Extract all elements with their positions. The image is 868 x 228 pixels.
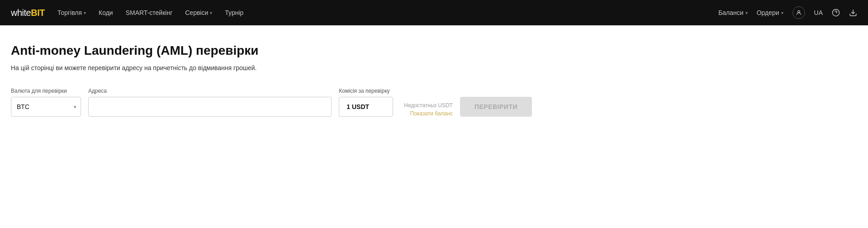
download-icon[interactable] [849, 9, 857, 17]
address-label: Адреса [88, 88, 332, 94]
nav-label-tournament: Турнір [225, 9, 243, 16]
chevron-down-icon: ▾ [781, 10, 783, 15]
insufficient-text: Недостатньо USDT [404, 102, 453, 109]
nav-item-staking[interactable]: SMART-стейкінг [126, 9, 173, 16]
nav-orders[interactable]: Ордери ▾ [757, 9, 783, 16]
nav-item-services[interactable]: Сервіси ▾ [185, 9, 212, 16]
address-input[interactable] [88, 97, 332, 117]
currency-field-group: Валюта для перевірки BTC ETH USDT ▾ [11, 88, 81, 117]
nav-item-trading[interactable]: Торгівля ▾ [57, 9, 86, 16]
currency-select[interactable]: BTC ETH USDT [11, 97, 81, 117]
chevron-down-icon: ▾ [84, 10, 86, 15]
user-icon[interactable] [792, 6, 805, 19]
navbar-left: white BIT Торгівля ▾ Коди SMART-стейкінг… [11, 8, 243, 18]
nav-balances[interactable]: Баланси ▾ [718, 9, 747, 16]
currency-label: Валюта для перевірки [11, 88, 81, 94]
insufficient-section: Недостатньо USDT Показати баланс [400, 102, 453, 117]
support-icon[interactable] [832, 9, 840, 17]
nav-item-codes[interactable]: Коди [99, 9, 113, 16]
logo-bit: BIT [31, 8, 45, 18]
logo[interactable]: white BIT [11, 8, 45, 18]
fee-label: Комісія за перевірку [339, 88, 393, 94]
aml-form: Валюта для перевірки BTC ETH USDT ▾ Адре… [11, 88, 532, 117]
navbar: white BIT Торгівля ▾ Коди SMART-стейкінг… [0, 0, 868, 25]
svg-point-0 [797, 10, 800, 13]
currency-select-wrapper: BTC ETH USDT ▾ [11, 97, 81, 117]
nav-label-trading: Торгівля [57, 9, 82, 16]
nav-label-staking: SMART-стейкінг [126, 9, 173, 16]
show-balance-link[interactable]: Показати баланс [410, 110, 453, 117]
nav-language[interactable]: UA [814, 9, 823, 16]
nav-balances-label: Баланси [718, 9, 743, 16]
fee-section: Комісія за перевірку 1 USDT [339, 88, 393, 117]
nav-label-codes: Коди [99, 9, 113, 16]
page-description: На цій сторінці ви можете перевірити адр… [11, 64, 532, 71]
nav-label-services: Сервіси [185, 9, 208, 16]
navbar-right: Баланси ▾ Ордери ▾ UA [718, 6, 857, 19]
page-title: Anti-money Laundering (AML) перевірки [11, 43, 532, 58]
chevron-down-icon: ▾ [210, 10, 212, 15]
check-button[interactable]: ПЕРЕВІРИТИ [460, 97, 532, 117]
nav-orders-label: Ордери [757, 9, 779, 16]
fee-value: 1 USDT [346, 103, 369, 110]
nav-item-tournament[interactable]: Турнір [225, 9, 243, 16]
fee-box: 1 USDT [339, 97, 393, 117]
chevron-down-icon: ▾ [745, 10, 748, 15]
address-field-group: Адреса [88, 88, 332, 117]
logo-white: white [11, 8, 31, 18]
main-content: Anti-money Laundering (AML) перевірки На… [0, 25, 543, 128]
nav-language-label: UA [814, 9, 823, 16]
